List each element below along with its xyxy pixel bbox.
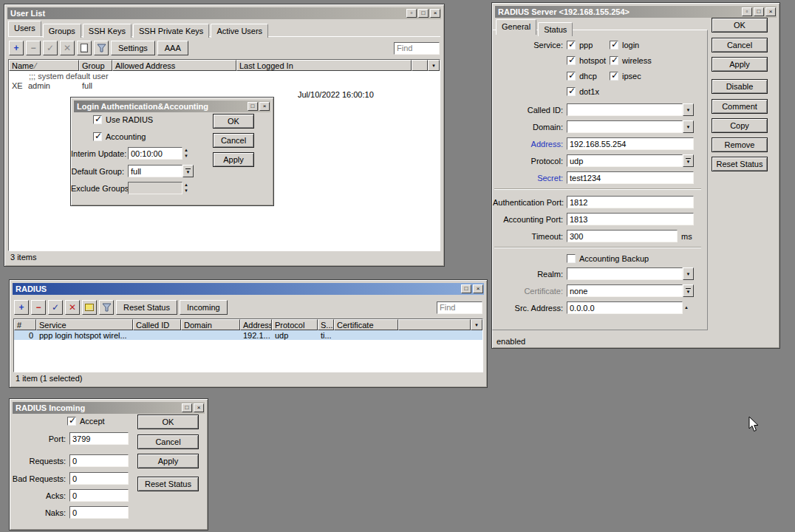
apply-button[interactable]: Apply — [213, 152, 254, 167]
protocol-input[interactable] — [567, 154, 683, 167]
src-address-input[interactable] — [567, 301, 683, 314]
dropdown-button[interactable]: ▼ — [683, 267, 694, 280]
accounting-backup-checkbox[interactable] — [567, 254, 576, 263]
dropdown-button[interactable]: ▼ — [683, 120, 694, 133]
realm-input[interactable] — [567, 267, 683, 280]
find-input[interactable] — [437, 301, 482, 314]
exclude-groups-input[interactable] — [128, 182, 182, 194]
accounting-checkbox[interactable] — [93, 132, 102, 141]
column-header-num[interactable]: # — [14, 319, 36, 330]
ipsec-checkbox[interactable] — [610, 72, 618, 81]
wireless-checkbox[interactable] — [610, 56, 618, 65]
acks-input[interactable] — [69, 489, 129, 502]
dropdown-button[interactable]: ▼ — [683, 154, 694, 167]
tab-ssh-keys[interactable]: SSH Keys — [83, 24, 132, 38]
find-input[interactable] — [394, 42, 440, 55]
cancel-button[interactable]: Cancel — [712, 38, 768, 52]
column-header-service[interactable]: Service — [36, 319, 133, 330]
copy-button[interactable]: Copy — [712, 118, 768, 133]
requests-input[interactable] — [69, 454, 129, 467]
radius-titlebar[interactable]: RADIUS □ × — [13, 283, 484, 295]
incoming-button[interactable]: Incoming — [180, 300, 228, 315]
tab-status[interactable]: Status — [538, 22, 573, 36]
column-header-protocol[interactable]: Protocol — [272, 319, 318, 330]
close-icon[interactable]: × — [473, 284, 483, 293]
remove-button[interactable]: Remove — [712, 137, 768, 152]
ok-button[interactable]: OK — [137, 415, 199, 429]
close-icon[interactable]: × — [765, 7, 776, 16]
naks-input[interactable] — [69, 506, 129, 519]
table-row-radius-server[interactable]: 0 ppp login hotspot wirel... 192.1... ud… — [14, 330, 482, 340]
reset-status-button[interactable]: Reset Status — [712, 157, 768, 171]
spinner-arrows[interactable]: ▲ — [684, 305, 689, 311]
remove-button[interactable]: − — [31, 300, 46, 315]
dropdown-button[interactable]: ▼ — [683, 284, 694, 297]
disable-button[interactable]: ✕ — [65, 300, 80, 315]
ok-button[interactable]: OK — [213, 114, 254, 129]
ppp-checkbox[interactable] — [567, 41, 576, 50]
login-auth-titlebar[interactable]: Login Authentication&Accounting □ × — [74, 100, 270, 112]
settings-button[interactable]: Settings — [111, 41, 155, 55]
cancel-button[interactable]: Cancel — [137, 434, 199, 449]
column-header-domain[interactable]: Domain — [181, 319, 240, 330]
enable-button[interactable]: ✓ — [48, 300, 63, 315]
accept-checkbox[interactable] — [67, 417, 76, 426]
reset-status-button[interactable]: Reset Status — [116, 300, 177, 315]
comment-button[interactable] — [77, 41, 92, 55]
dhcp-checkbox[interactable] — [567, 72, 576, 81]
add-button[interactable]: + — [9, 41, 24, 55]
cancel-button[interactable]: Cancel — [213, 133, 254, 148]
dropdown-button[interactable]: ▼ — [182, 165, 194, 177]
tab-active-users[interactable]: Active Users — [211, 24, 268, 38]
disable-button[interactable]: Disable — [712, 79, 768, 94]
hotspot-checkbox[interactable] — [567, 56, 576, 65]
use-radius-checkbox[interactable] — [93, 115, 102, 124]
column-header-group[interactable]: Group — [79, 60, 112, 71]
enable-button[interactable]: ✓ — [43, 41, 58, 55]
port-input[interactable] — [69, 432, 129, 445]
column-header-called-id[interactable]: Called ID — [133, 319, 181, 330]
column-select-button[interactable]: ▼ — [428, 60, 440, 71]
filter-button[interactable] — [99, 300, 114, 315]
tab-ssh-private-keys[interactable]: SSH Private Keys — [133, 24, 209, 38]
table-row-comment[interactable]: ;;; system default user — [9, 71, 440, 81]
spinner-arrows[interactable]: ▲▼ — [184, 183, 188, 194]
maximize-icon[interactable]: □ — [461, 284, 471, 293]
table-row-admin[interactable]: XE admin full — [9, 81, 440, 90]
login-checkbox[interactable] — [610, 41, 618, 50]
dropdown-button[interactable]: ▼ — [683, 103, 694, 116]
maximize-icon[interactable]: □ — [754, 7, 764, 16]
dot1x-checkbox[interactable] — [567, 87, 576, 96]
column-header-certificate[interactable]: Certificate — [334, 319, 398, 330]
comment-button[interactable] — [82, 300, 97, 315]
timeout-input[interactable] — [567, 230, 678, 242]
column-header-secret[interactable]: S... — [318, 319, 334, 330]
certificate-input[interactable] — [567, 284, 683, 297]
auth-port-input[interactable] — [567, 196, 694, 208]
tab-groups[interactable]: Groups — [43, 24, 81, 38]
remove-button[interactable]: − — [26, 41, 41, 55]
minimize-icon[interactable]: ▫ — [742, 7, 752, 16]
close-icon[interactable]: × — [194, 403, 204, 412]
default-group-input[interactable] — [128, 165, 182, 177]
secret-input[interactable] — [567, 171, 694, 184]
column-header-last-logged-in[interactable]: Last Logged In — [236, 60, 412, 71]
tab-users[interactable]: Users — [8, 21, 41, 36]
column-select-button[interactable]: ▼ — [471, 319, 482, 330]
bad-requests-input[interactable] — [69, 472, 129, 485]
column-header-address[interactable]: Address — [240, 319, 272, 330]
reset-status-button[interactable]: Reset Status — [137, 477, 199, 491]
apply-button[interactable]: Apply — [137, 454, 199, 468]
close-icon[interactable]: × — [259, 102, 270, 111]
column-header-name[interactable]: Name⁄ — [9, 60, 79, 71]
filter-button[interactable] — [94, 41, 109, 55]
radius-server-titlebar[interactable]: RADIUS Server <192.168.155.254> ▫ □ × — [495, 6, 777, 18]
maximize-icon[interactable]: □ — [182, 403, 192, 412]
disable-button[interactable]: ✕ — [60, 41, 75, 55]
minimize-icon[interactable]: ▫ — [406, 9, 417, 18]
domain-input[interactable] — [567, 120, 683, 133]
acct-port-input[interactable] — [567, 213, 694, 225]
radius-incoming-titlebar[interactable]: RADIUS Incoming □ × — [13, 402, 205, 414]
comment-button[interactable]: Comment — [712, 99, 768, 114]
interim-update-input[interactable] — [128, 147, 182, 160]
